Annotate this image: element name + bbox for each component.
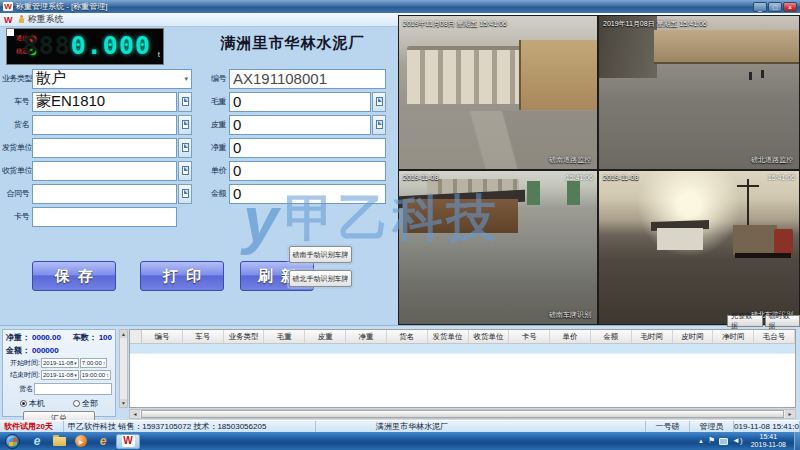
led-corner-mark	[7, 29, 14, 36]
spinner-icon[interactable]: ↕	[106, 372, 109, 378]
tray-network-icon[interactable]	[719, 438, 728, 445]
start-date-picker[interactable]: 2019-11-08▾	[41, 358, 79, 368]
chevron-down-icon[interactable]: ▾	[184, 75, 188, 83]
camera-north-plate[interactable]: 2019-11-08 15:41:06 磅北车牌识别	[598, 170, 800, 325]
goods-input[interactable]	[32, 115, 177, 135]
form-row-contract: 合同号	[2, 183, 192, 204]
scroll-down-icon[interactable]: ▼	[120, 399, 127, 407]
sum-goods-input[interactable]	[34, 383, 112, 395]
taskbar-browser-icon[interactable]: e	[94, 434, 112, 449]
table-column-header[interactable]: 金额	[591, 330, 632, 343]
truck-cab	[774, 229, 793, 255]
taskbar-weighing-app-active[interactable]: W	[116, 434, 140, 449]
camera-date-overlay: 2019-11-08	[403, 174, 438, 181]
price-input[interactable]	[229, 161, 386, 181]
start-date-value: 2019-11-08	[43, 360, 73, 366]
table-column-header[interactable]: 毛台号	[754, 330, 795, 343]
table-column-header[interactable]: 净重	[346, 330, 387, 343]
goods-lookup-button[interactable]	[178, 115, 192, 135]
scroll-right-icon[interactable]: ►	[785, 410, 795, 418]
camera-time-overlay: 15:41:06	[768, 174, 795, 181]
table-column-header[interactable]: 编号	[142, 330, 183, 343]
taskbar-mediaplayer-icon[interactable]: ▶	[72, 434, 90, 449]
card-input[interactable]	[32, 207, 177, 227]
form-row-serial: 编号	[200, 68, 386, 89]
spinner-icon[interactable]: ↕	[103, 360, 106, 366]
table-column-header[interactable]: 毛时间	[632, 330, 673, 343]
table-column-header[interactable]: 车号	[183, 330, 224, 343]
green-tower	[527, 181, 540, 205]
business-type-select[interactable]: 散户 ▾	[32, 69, 192, 89]
print-button[interactable]: 打印	[140, 261, 224, 291]
start-time-label: 开始时间:	[6, 358, 40, 368]
tab-full-data[interactable]: 完整数据	[727, 315, 763, 327]
camera-date-overlay: 2019-11-08	[603, 174, 638, 181]
table-column-header[interactable]: 皮时间	[673, 330, 714, 343]
tray-volume-icon[interactable]: ◄)	[732, 436, 743, 446]
start-time-value: 7:00:00	[82, 360, 102, 366]
end-date-picker[interactable]: 2019-11-08▾	[41, 370, 79, 380]
scroll-up-icon[interactable]: ▲	[120, 330, 127, 338]
table-horizontal-scrollbar[interactable]: ◄ ►	[129, 409, 796, 419]
camera-south-road[interactable]: 2019年11月08日 星期五 15:41:06 磅南道路监控	[398, 15, 598, 170]
contract-input[interactable]	[32, 184, 177, 204]
menu-item-weighing-system[interactable]: 称重系统	[28, 13, 64, 26]
radio-local[interactable]	[20, 400, 27, 407]
calendar-dropdown-icon[interactable]: ▾	[74, 372, 77, 378]
show-desktop-button[interactable]	[794, 432, 800, 450]
maximize-button[interactable]: □	[768, 2, 782, 12]
gross-lookup-button[interactable]	[372, 92, 386, 112]
amount-label: 金额	[200, 188, 226, 199]
taskbar-explorer-icon[interactable]	[50, 434, 68, 449]
title-bar: W 称重管理系统 - [称重管理] _ □ ×	[0, 0, 800, 13]
taskbar-clock[interactable]: 15:41 2019-11-08	[751, 433, 786, 449]
radio-all[interactable]	[73, 400, 80, 407]
table-column-header[interactable]: 毛重	[264, 330, 305, 343]
manual-recognize-south-button[interactable]: 磅南手动识别车牌	[289, 246, 352, 263]
shipper-lookup-button[interactable]	[178, 138, 192, 158]
contract-lookup-button[interactable]	[178, 184, 192, 204]
truck-no-lookup-button[interactable]	[178, 92, 192, 112]
truck-no-input[interactable]	[32, 92, 177, 112]
records-table[interactable]: 编号车号业务类型毛重皮重净重货名发货单位收货单位卡号单价金额毛时间皮时间净时间毛…	[129, 329, 796, 408]
start-button[interactable]	[5, 434, 20, 449]
empty-highlight-row[interactable]	[130, 344, 795, 354]
camera-time-overlay: 15:41:06	[566, 174, 593, 181]
camera-south-plate[interactable]: 2019-11-08 15:41:06 磅南车牌识别	[398, 170, 598, 325]
tare-input[interactable]	[229, 115, 371, 135]
taskbar-ie-icon[interactable]: e	[28, 434, 46, 449]
receiver-input[interactable]	[32, 161, 177, 181]
gross-input[interactable]	[229, 92, 371, 112]
table-column-header[interactable]: 单价	[550, 330, 591, 343]
table-column-header[interactable]: 收货单位	[469, 330, 510, 343]
tab-temp-data[interactable]: 临时数据	[765, 315, 800, 327]
table-column-header[interactable]: 卡号	[509, 330, 550, 343]
net-input[interactable]	[229, 138, 386, 158]
table-column-header[interactable]: 皮重	[305, 330, 346, 343]
tare-lookup-button[interactable]	[372, 115, 386, 135]
scrollbar-thumb[interactable]	[141, 410, 784, 418]
save-button[interactable]: 保存	[32, 261, 116, 291]
end-time-spinner[interactable]: 19:00:00↕	[80, 370, 111, 380]
serial-input[interactable]	[229, 69, 386, 89]
minimize-button[interactable]: _	[753, 2, 767, 12]
start-time-spinner[interactable]: 7:00:00↕	[80, 358, 108, 368]
table-column-header[interactable]: 发货单位	[428, 330, 469, 343]
table-column-header[interactable]: 货名	[387, 330, 428, 343]
scale-id-status: 一号磅	[646, 421, 690, 432]
camera-north-road[interactable]: 2019年11月08日 星期五 15:41:06 磅北道路监控	[598, 15, 800, 170]
form-row-amount: 金额	[200, 183, 386, 204]
shipper-input[interactable]	[32, 138, 177, 158]
form-row-shipper: 发货单位	[2, 137, 192, 158]
tray-expand-icon[interactable]: ▲	[698, 436, 704, 446]
manual-recognize-north-button[interactable]: 磅北手动识别车牌	[289, 270, 352, 287]
close-button[interactable]: ×	[783, 2, 797, 12]
table-vertical-scrollbar[interactable]: ▲ ▼	[119, 329, 128, 408]
tray-flag-icon[interactable]: ⚑	[708, 436, 715, 446]
calendar-dropdown-icon[interactable]: ▾	[74, 360, 77, 366]
scroll-left-icon[interactable]: ◄	[130, 410, 140, 418]
table-column-header[interactable]: 业务类型	[224, 330, 265, 343]
amount-input[interactable]	[229, 184, 386, 204]
table-column-header[interactable]: 净时间	[713, 330, 754, 343]
receiver-lookup-button[interactable]	[178, 161, 192, 181]
